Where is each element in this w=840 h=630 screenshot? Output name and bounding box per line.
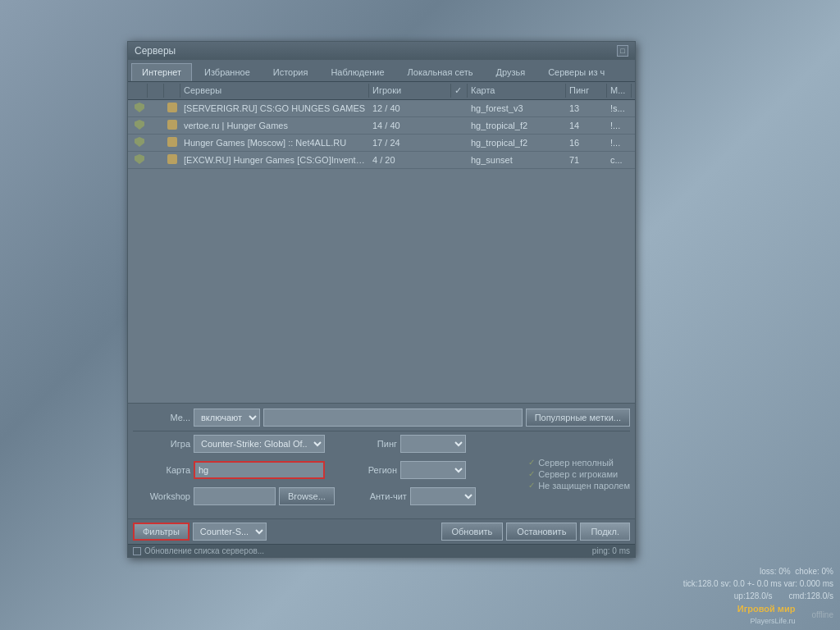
status-text: Обновление списка серверов... <box>144 546 264 555</box>
hud-tick: tick:128.0 sv: 0.0 +- 0.0 ms var: 0.000 … <box>683 578 833 590</box>
stop-button[interactable]: Остановить <box>506 523 577 541</box>
not-full-checkbox[interactable]: ✓ Сервер неполный <box>528 458 630 468</box>
cell-ping: 16 <box>566 136 607 149</box>
cell-misc: !s... <box>607 102 632 115</box>
tags-label: Ме... <box>133 413 190 422</box>
table-header: Серверы Игроки ✓ Карта Пинг М... <box>128 82 635 100</box>
col-misc[interactable]: М... <box>607 84 632 98</box>
tab-friends[interactable]: Друзья <box>485 63 536 81</box>
cell-players: 17 / 24 <box>369 136 451 149</box>
cell-game <box>164 101 180 116</box>
tags-operator-select[interactable]: включают <box>194 409 260 427</box>
game-select[interactable]: Counter-Strike: Global Of... <box>194 435 325 453</box>
close-button[interactable]: □ <box>617 45 628 57</box>
status-icon <box>133 547 141 555</box>
region-select[interactable] <box>400 461 466 479</box>
ping-select[interactable] <box>400 435 466 453</box>
cell-fav <box>148 141 164 144</box>
checkbox-column: ✓ Сервер неполный ✓ Сервер с игроками ✓ … <box>528 435 630 509</box>
tab-internet[interactable]: Интернет <box>131 63 192 81</box>
cell-lock <box>131 153 148 167</box>
col-players[interactable]: Игроки <box>369 84 451 98</box>
dialog-titlebar: Серверы □ <box>128 42 635 60</box>
cell-fav <box>148 158 164 162</box>
game-label: Игра <box>133 439 190 449</box>
cell-name: vertoe.ru | Hunger Games <box>180 119 369 132</box>
not-full-label: Сервер неполный <box>538 458 614 468</box>
no-password-label: Не защищен паролем <box>538 481 630 491</box>
server-list: [SERVERIGR.RU] CS:GO HUNGES GAMES 12 / 4… <box>128 100 635 403</box>
region-label: Регион <box>340 465 397 475</box>
cell-ping: 71 <box>566 153 607 167</box>
cell-misc: c... <box>607 153 632 167</box>
cell-lock <box>131 101 148 116</box>
col-map[interactable]: Карта <box>468 84 566 98</box>
table-row[interactable]: [EXCW.RU] Hunger Games [CS:GO]Inventory|… <box>128 152 635 169</box>
cell-lock <box>131 135 148 150</box>
tab-history[interactable]: История <box>262 63 319 81</box>
tab-other[interactable]: Серверы из ч <box>537 63 615 81</box>
cell-players: 4 / 20 <box>369 153 451 167</box>
table-row[interactable]: [SERVERIGR.RU] CS:GO HUNGES GAMES 12 / 4… <box>128 100 635 117</box>
tab-lan[interactable]: Локальная сеть <box>397 63 484 81</box>
map-input[interactable] <box>194 461 325 479</box>
tab-bar: Интернет Избранное История Наблюдение Ло… <box>128 60 635 82</box>
col-vac: ✓ <box>451 84 468 98</box>
col-fav <box>148 84 164 98</box>
hud-bar: loss: 0% choke: 0% tick:128.0 sv: 0.0 +-… <box>0 581 840 630</box>
tags-input[interactable] <box>263 409 523 427</box>
ping-label: Пинг <box>340 439 397 449</box>
server-table-area: Серверы Игроки ✓ Карта Пинг М... [SERVER… <box>128 82 635 403</box>
table-row[interactable]: Hunger Games [Moscow] :: Net4ALL.RU 17 /… <box>128 135 635 152</box>
tab-spectate[interactable]: Наблюдение <box>320 63 395 81</box>
action-bar: Фильтры Counter-S... Обновить Остановить… <box>128 518 635 544</box>
workshop-input[interactable] <box>194 487 276 505</box>
map-filter-row: Карта Регион <box>133 461 523 479</box>
col-servers[interactable]: Серверы <box>180 84 369 98</box>
hud-cmdrate: cmd:128.0/s <box>789 590 833 602</box>
table-row[interactable]: vertoe.ru | Hunger Games 14 / 40 hg_trop… <box>128 117 635 135</box>
cell-fav <box>148 107 164 110</box>
hud-loss-choke: loss: 0% choke: 0% <box>683 565 833 578</box>
filter-area: Ме... включают Популярные метки... Игра … <box>128 403 635 518</box>
hud-logo-line1: Игровой мир <box>737 602 796 616</box>
dialog-title: Серверы <box>135 45 176 57</box>
cell-name: [EXCW.RU] Hunger Games [CS:GO]Inventory|… <box>180 153 369 167</box>
no-password-checkbox[interactable]: ✓ Не защищен паролем <box>528 481 630 491</box>
tags-row: Ме... включают Популярные метки... <box>133 409 630 427</box>
cell-ping: 13 <box>566 102 607 115</box>
servers-dialog: Серверы □ Интернет Избранное История Наб… <box>127 41 636 558</box>
filters-button[interactable]: Фильтры <box>133 523 189 541</box>
game-filter-row: Игра Counter-Strike: Global Of... Пинг <box>133 435 523 453</box>
hud-stats: loss: 0% choke: 0% tick:128.0 sv: 0.0 +-… <box>683 565 833 627</box>
cell-players: 14 / 40 <box>369 119 451 132</box>
cell-map: hg_sunset <box>468 153 566 167</box>
cell-players: 12 / 40 <box>369 102 451 115</box>
col-game <box>164 84 180 98</box>
popular-tags-button[interactable]: Популярные метки... <box>526 409 630 427</box>
tab-favorites[interactable]: Избранное <box>194 63 261 81</box>
cell-ping: 14 <box>566 119 607 132</box>
connect-button[interactable]: Подкл. <box>580 523 630 541</box>
filter-counter-select[interactable]: Counter-S... <box>193 523 267 541</box>
hud-uprate: up:128.0/s <box>734 590 773 602</box>
cell-vac <box>451 141 468 144</box>
cell-fav <box>148 124 164 127</box>
hud-logo-line2: PlayersLife.ru <box>737 616 796 628</box>
hud-status: offline <box>811 609 833 621</box>
anticheat-select[interactable] <box>410 487 476 505</box>
refresh-button[interactable]: Обновить <box>441 523 504 541</box>
with-players-checkbox[interactable]: ✓ Сервер с игроками <box>528 469 630 479</box>
cell-vac <box>451 158 468 162</box>
cell-name: Hunger Games [Moscow] :: Net4ALL.RU <box>180 136 369 149</box>
cell-lock <box>131 118 148 133</box>
with-players-label: Сервер с игроками <box>538 469 618 479</box>
map-label: Карта <box>133 465 190 475</box>
cell-map: hg_forest_v3 <box>468 102 566 115</box>
cell-misc: !... <box>607 136 632 149</box>
status-bar: Обновление списка серверов... ping: 0 ms <box>128 544 635 557</box>
cell-misc: !... <box>607 119 632 132</box>
cell-vac <box>451 107 468 110</box>
browse-button[interactable]: Browse... <box>279 487 335 505</box>
col-ping[interactable]: Пинг <box>566 84 607 98</box>
